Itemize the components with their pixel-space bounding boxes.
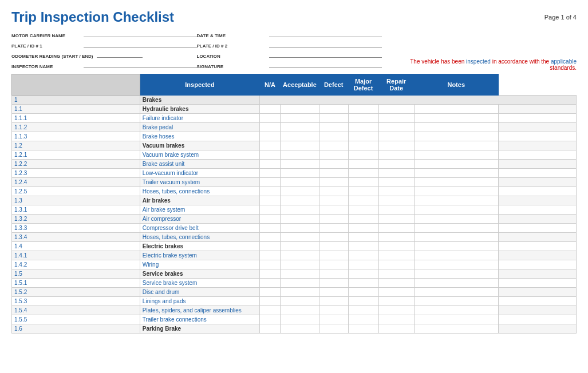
defect-cell[interactable]	[348, 141, 378, 150]
major-defect-cell[interactable]	[378, 242, 414, 251]
na-cell[interactable]	[281, 178, 319, 187]
major-defect-cell[interactable]	[378, 215, 414, 224]
notes-cell[interactable]	[498, 242, 576, 251]
major-defect-cell[interactable]	[378, 169, 414, 178]
acceptable-cell[interactable]	[319, 187, 348, 196]
defect-cell[interactable]	[348, 150, 378, 160]
notes-cell[interactable]	[498, 306, 576, 315]
inspected-cell[interactable]	[260, 178, 281, 187]
defect-cell[interactable]	[348, 269, 378, 279]
major-defect-cell[interactable]	[378, 196, 414, 205]
acceptable-cell[interactable]	[319, 132, 348, 141]
major-defect-cell[interactable]	[378, 251, 414, 260]
inspected-cell[interactable]	[260, 269, 281, 279]
notes-cell[interactable]	[498, 315, 576, 324]
inspected-cell[interactable]	[260, 123, 281, 132]
repair-date-cell[interactable]	[414, 279, 498, 288]
notes-cell[interactable]	[498, 196, 576, 205]
major-defect-cell[interactable]	[378, 205, 414, 215]
na-cell[interactable]	[281, 205, 319, 215]
repair-date-cell[interactable]	[414, 105, 498, 114]
na-cell[interactable]	[281, 215, 319, 224]
inspected-cell[interactable]	[260, 215, 281, 224]
na-cell[interactable]	[281, 105, 319, 114]
inspected-cell[interactable]	[260, 187, 281, 196]
notes-cell[interactable]	[498, 297, 576, 306]
major-defect-cell[interactable]	[378, 269, 414, 279]
location-value[interactable]	[269, 50, 382, 58]
inspected-cell[interactable]	[260, 242, 281, 251]
defect-cell[interactable]	[348, 224, 378, 233]
notes-cell[interactable]	[498, 205, 576, 215]
na-cell[interactable]	[281, 141, 319, 150]
repair-date-cell[interactable]	[414, 150, 498, 160]
acceptable-cell[interactable]	[319, 215, 348, 224]
inspected-cell[interactable]	[260, 150, 281, 160]
defect-cell[interactable]	[348, 251, 378, 260]
defect-cell[interactable]	[348, 178, 378, 187]
notes-cell[interactable]	[498, 132, 576, 141]
major-defect-cell[interactable]	[378, 105, 414, 114]
inspected-cell[interactable]	[260, 251, 281, 260]
repair-date-cell[interactable]	[414, 242, 498, 251]
notes-cell[interactable]	[498, 224, 576, 233]
na-cell[interactable]	[281, 123, 319, 132]
notes-cell[interactable]	[498, 123, 576, 132]
acceptable-cell[interactable]	[319, 169, 348, 178]
signature-value[interactable]	[269, 61, 382, 68]
na-cell[interactable]	[281, 233, 319, 242]
defect-cell[interactable]	[348, 215, 378, 224]
na-cell[interactable]	[281, 297, 319, 306]
na-cell[interactable]	[281, 169, 319, 178]
na-cell[interactable]	[281, 315, 319, 324]
inspected-cell[interactable]	[260, 114, 281, 123]
inspected-cell[interactable]	[260, 315, 281, 324]
major-defect-cell[interactable]	[378, 178, 414, 187]
notes-cell[interactable]	[498, 141, 576, 150]
acceptable-cell[interactable]	[319, 297, 348, 306]
defect-cell[interactable]	[348, 187, 378, 196]
plate-id2-value[interactable]	[269, 40, 382, 47]
major-defect-cell[interactable]	[378, 288, 414, 297]
acceptable-cell[interactable]	[319, 288, 348, 297]
major-defect-cell[interactable]	[378, 306, 414, 315]
inspected-cell[interactable]	[260, 324, 281, 334]
defect-cell[interactable]	[348, 315, 378, 324]
repair-date-cell[interactable]	[414, 123, 498, 132]
inspected-cell[interactable]	[260, 141, 281, 150]
inspected-cell[interactable]	[260, 160, 281, 169]
na-cell[interactable]	[281, 224, 319, 233]
major-defect-cell[interactable]	[378, 123, 414, 132]
defect-cell[interactable]	[348, 105, 378, 114]
repair-date-cell[interactable]	[414, 205, 498, 215]
notes-cell[interactable]	[498, 251, 576, 260]
inspected-cell[interactable]	[260, 260, 281, 269]
defect-cell[interactable]	[348, 306, 378, 315]
acceptable-cell[interactable]	[319, 260, 348, 269]
date-time-value[interactable]	[269, 30, 382, 37]
major-defect-cell[interactable]	[378, 150, 414, 160]
inspected-cell[interactable]	[260, 205, 281, 215]
major-defect-cell[interactable]	[378, 114, 414, 123]
notes-cell[interactable]	[498, 160, 576, 169]
notes-cell[interactable]	[498, 178, 576, 187]
na-cell[interactable]	[281, 251, 319, 260]
repair-date-cell[interactable]	[414, 114, 498, 123]
defect-cell[interactable]	[348, 160, 378, 169]
acceptable-cell[interactable]	[319, 233, 348, 242]
major-defect-cell[interactable]	[378, 233, 414, 242]
major-defect-cell[interactable]	[378, 141, 414, 150]
defect-cell[interactable]	[348, 169, 378, 178]
repair-date-cell[interactable]	[414, 306, 498, 315]
odometer-value[interactable]	[97, 50, 143, 58]
repair-date-cell[interactable]	[414, 132, 498, 141]
notes-cell[interactable]	[498, 114, 576, 123]
acceptable-cell[interactable]	[319, 196, 348, 205]
na-cell[interactable]	[281, 150, 319, 160]
major-defect-cell[interactable]	[378, 132, 414, 141]
repair-date-cell[interactable]	[414, 288, 498, 297]
inspected-cell[interactable]	[260, 279, 281, 288]
major-defect-cell[interactable]	[378, 160, 414, 169]
na-cell[interactable]	[281, 187, 319, 196]
acceptable-cell[interactable]	[319, 279, 348, 288]
